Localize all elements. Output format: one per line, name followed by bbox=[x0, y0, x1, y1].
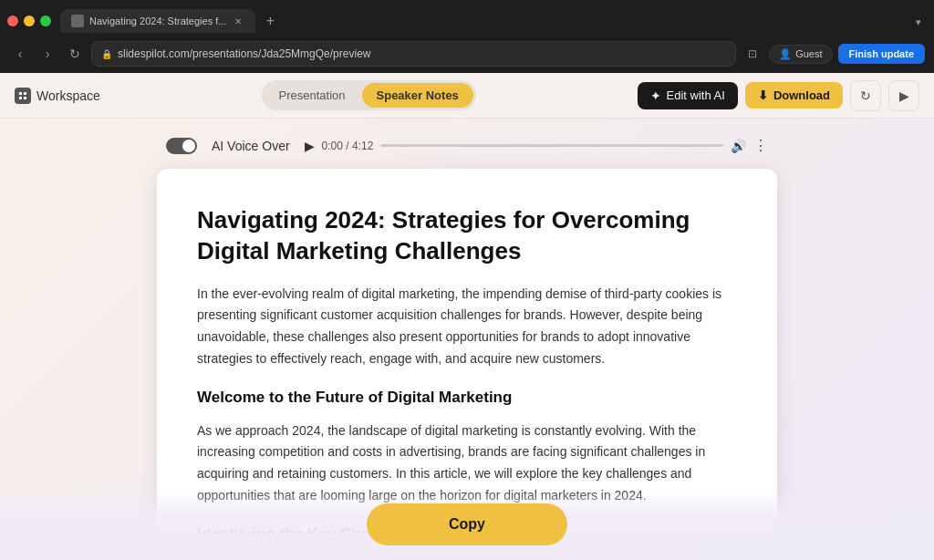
edit-ai-label: Edit with AI bbox=[667, 88, 725, 102]
finish-update-button[interactable]: Finish update bbox=[838, 44, 926, 64]
tab-right-controls: ▾ bbox=[910, 13, 927, 30]
guest-icon: 👤 bbox=[779, 48, 792, 60]
tab-close-button[interactable]: ✕ bbox=[232, 15, 244, 27]
url-text: slidespilot.com/presentations/Jda25MmgQe… bbox=[118, 47, 726, 60]
copy-button[interactable]: Copy bbox=[367, 503, 567, 545]
audio-more-button[interactable]: ⋮ bbox=[753, 137, 768, 154]
tab-dropdown-button[interactable]: ▾ bbox=[910, 15, 927, 30]
download-label: Download bbox=[773, 88, 830, 102]
tab-bar: Navigating 2024: Strategies f... ✕ + ▾ bbox=[0, 0, 934, 35]
audio-player: ▶ 0:00 / 4:12 🔊 ⋮ bbox=[305, 137, 768, 154]
document-card: Navigating 2024: Strategies for Overcomi… bbox=[157, 169, 777, 534]
ai-sparkle-icon: ✦ bbox=[650, 88, 661, 103]
maximize-window-button[interactable] bbox=[40, 16, 51, 26]
address-bar[interactable]: 🔒 slidespilot.com/presentations/Jda25Mmg… bbox=[91, 41, 736, 67]
tab-favicon-icon bbox=[71, 15, 84, 27]
reader-view-button[interactable]: ⊡ bbox=[742, 43, 763, 65]
refresh-presentation-button[interactable]: ↻ bbox=[850, 80, 881, 111]
volume-button[interactable]: 🔊 bbox=[731, 139, 746, 153]
download-button[interactable]: ⬇ Download bbox=[745, 82, 843, 109]
tab-presentation[interactable]: Presentation bbox=[265, 83, 360, 108]
play-presentation-button[interactable]: ▶ bbox=[888, 80, 919, 111]
tab-title: Navigating 2024: Strategies f... bbox=[89, 16, 226, 26]
minimize-window-button[interactable] bbox=[24, 16, 35, 26]
traffic-lights bbox=[7, 16, 51, 26]
section1-heading: Welcome to the Future of Digital Marketi… bbox=[197, 385, 737, 411]
intro-paragraph: In the ever-evolving realm of digital ma… bbox=[197, 284, 737, 370]
edit-with-ai-button[interactable]: ✦ Edit with AI bbox=[638, 82, 738, 109]
workspace-icon bbox=[15, 88, 31, 104]
workspace-button[interactable]: Workspace bbox=[15, 88, 100, 104]
refresh-icon: ↻ bbox=[860, 88, 871, 103]
play-icon: ▶ bbox=[899, 88, 909, 103]
toggle-knob bbox=[182, 140, 195, 152]
voice-over-bar: AI Voice Over ▶ 0:00 / 4:12 🔊 ⋮ bbox=[148, 137, 786, 154]
refresh-button[interactable]: ↻ bbox=[64, 43, 86, 65]
nav-bar: ‹ › ↻ 🔒 slidespilot.com/presentations/Jd… bbox=[0, 35, 934, 73]
active-tab[interactable]: Navigating 2024: Strategies f... ✕ bbox=[60, 9, 255, 33]
lock-icon: 🔒 bbox=[101, 49, 112, 59]
presentation-tabs: Presentation Speaker Notes bbox=[262, 80, 476, 110]
svg-rect-3 bbox=[24, 97, 26, 99]
download-icon: ⬇ bbox=[758, 88, 768, 102]
document-title: Navigating 2024: Strategies for Overcomi… bbox=[197, 205, 737, 267]
tab-speaker-notes[interactable]: Speaker Notes bbox=[362, 83, 473, 108]
main-content: AI Voice Over ▶ 0:00 / 4:12 🔊 ⋮ Navigati… bbox=[0, 119, 934, 560]
back-button[interactable]: ‹ bbox=[9, 43, 31, 65]
audio-play-button[interactable]: ▶ bbox=[305, 139, 315, 153]
close-window-button[interactable] bbox=[7, 16, 18, 26]
new-tab-button[interactable]: + bbox=[259, 10, 281, 32]
copy-button-container: Copy bbox=[0, 489, 934, 560]
guest-profile-button[interactable]: 👤 Guest bbox=[769, 45, 832, 64]
voice-over-label: AI Voice Over bbox=[212, 139, 290, 153]
workspace-label: Workspace bbox=[36, 88, 100, 103]
svg-rect-2 bbox=[19, 97, 22, 99]
app-bar: Workspace Presentation Speaker Notes ✦ E… bbox=[0, 73, 934, 119]
audio-progress-track[interactable] bbox=[380, 144, 723, 147]
audio-current-time: 0:00 / 4:12 bbox=[322, 140, 374, 152]
svg-rect-1 bbox=[24, 92, 26, 95]
forward-button[interactable]: › bbox=[36, 43, 58, 65]
guest-label: Guest bbox=[795, 48, 822, 59]
app-right-buttons: ✦ Edit with AI ⬇ Download ↻ ▶ bbox=[638, 80, 919, 111]
voice-over-toggle[interactable] bbox=[166, 138, 197, 154]
svg-rect-0 bbox=[19, 92, 22, 95]
